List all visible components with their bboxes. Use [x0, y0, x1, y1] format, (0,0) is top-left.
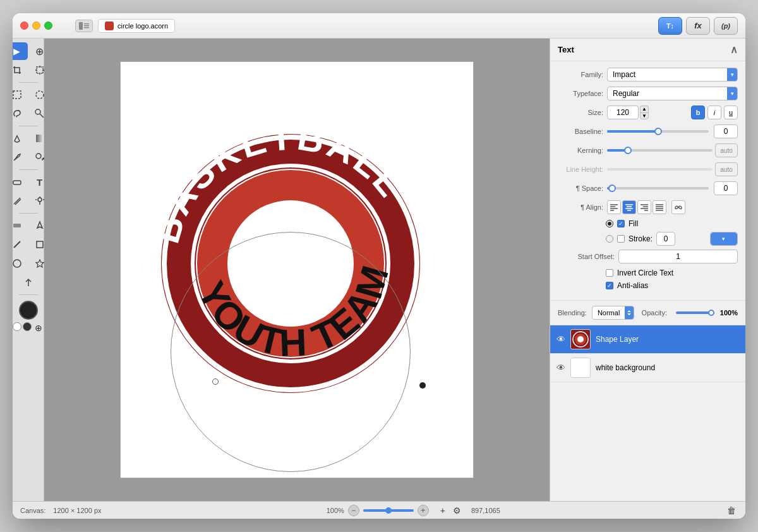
- fullscreen-button[interactable]: [44, 21, 52, 30]
- align-justify-button[interactable]: [653, 200, 666, 214]
- start-offset-label: Start Offset:: [558, 253, 615, 260]
- layer-settings-button[interactable]: ⚙︎: [453, 505, 461, 516]
- logo-svg: BASKETBALL YOUTH TEAM: [145, 118, 448, 421]
- rect-marquee-tool[interactable]: [13, 86, 28, 104]
- space-value[interactable]: 0: [714, 181, 738, 195]
- opacity-slider[interactable]: [676, 311, 711, 314]
- stroke-radio[interactable]: [606, 235, 613, 243]
- selection-handle-left[interactable]: [212, 378, 219, 385]
- svg-point-8: [35, 109, 40, 114]
- family-select[interactable]: Impact ▾: [607, 68, 738, 82]
- baseline-slider[interactable]: [607, 125, 709, 138]
- line-tool[interactable]: [13, 236, 28, 253]
- svg-point-20: [13, 260, 21, 267]
- align-center-button[interactable]: [622, 200, 636, 214]
- svg-rect-11: [13, 181, 21, 184]
- layer-shape[interactable]: 👁 Shape Layer: [550, 325, 745, 354]
- align-left-button[interactable]: [607, 200, 621, 214]
- space-slider[interactable]: [607, 182, 709, 195]
- line-height-row: Line Height: auto: [558, 162, 738, 176]
- paint-bucket-tool[interactable]: [13, 130, 28, 147]
- link-text-button[interactable]: [671, 200, 685, 214]
- lasso-tool[interactable]: [13, 105, 28, 123]
- titlebar: circle logo.acorn T↕ fx (p): [13, 13, 745, 39]
- background-color-swatch[interactable]: [13, 322, 21, 331]
- size-up[interactable]: ▲: [640, 106, 649, 112]
- typeface-value: Regular: [608, 89, 727, 98]
- antialias-checkbox[interactable]: ✓: [606, 282, 613, 289]
- line-height-slider[interactable]: [607, 163, 713, 176]
- text-panel-section: Family: Impact ▾ Typeface: Regular: [550, 61, 745, 301]
- start-offset-input[interactable]: 1: [618, 250, 738, 263]
- minimize-button[interactable]: [32, 21, 40, 30]
- layer-shape-eye[interactable]: 👁: [556, 334, 565, 344]
- canvas-area[interactable]: BASKETBALL YOUTH TEAM: [44, 39, 550, 501]
- zoom-in-button[interactable]: +: [418, 505, 429, 516]
- eraser-tool[interactable]: [13, 173, 28, 191]
- color-picker-tool[interactable]: ⊕: [33, 322, 44, 334]
- invert-circle-checkbox[interactable]: [606, 269, 613, 277]
- zoom-out-button[interactable]: −: [348, 505, 359, 516]
- coordinates-label: 897,1065: [471, 507, 500, 514]
- layers-section: 👁 Shape Layer 👁: [550, 325, 745, 501]
- zoom-slider[interactable]: [363, 509, 414, 512]
- family-select-arrow[interactable]: ▾: [727, 68, 737, 82]
- align-right-button[interactable]: [637, 200, 651, 214]
- svg-line-7: [40, 114, 44, 118]
- rect-shape-tool[interactable]: [13, 217, 28, 234]
- ellipse2-tool[interactable]: [13, 255, 28, 272]
- logo-container: BASKETBALL YOUTH TEAM: [139, 112, 455, 428]
- add-layer-button[interactable]: +: [436, 504, 449, 517]
- brush-tool[interactable]: [13, 148, 28, 166]
- sidebar-toggle-button[interactable]: [75, 20, 93, 32]
- crop-tool[interactable]: [13, 61, 28, 79]
- arrow-tool[interactable]: [18, 274, 39, 291]
- svg-point-12: [38, 198, 42, 202]
- blending-select[interactable]: Normal: [592, 306, 634, 320]
- fill-radio[interactable]: [606, 220, 613, 227]
- foreground-color-swatch[interactable]: [19, 301, 38, 320]
- fx-button[interactable]: fx: [686, 17, 710, 35]
- italic-button[interactable]: i: [707, 106, 721, 119]
- bold-button[interactable]: b: [691, 106, 705, 119]
- color-picker-small[interactable]: [23, 322, 32, 331]
- blending-label: Blending:: [558, 309, 587, 317]
- stroke-type-select[interactable]: ▾: [710, 232, 738, 246]
- select-tool[interactable]: ▶: [13, 42, 28, 60]
- properties-button[interactable]: T↕: [658, 17, 682, 35]
- size-label: Size:: [558, 109, 603, 116]
- stroke-type-arrow[interactable]: ▾: [711, 233, 738, 245]
- size-input[interactable]: 120: [607, 106, 639, 119]
- layer-white-bg-eye[interactable]: 👁: [556, 363, 565, 373]
- path-button[interactable]: (p): [714, 17, 738, 35]
- typeface-select-arrow[interactable]: ▾: [727, 87, 737, 100]
- zoom-pct-label: 100%: [327, 507, 344, 514]
- baseline-input[interactable]: 0: [714, 124, 738, 138]
- underline-button[interactable]: u: [724, 106, 738, 119]
- size-down[interactable]: ▼: [640, 112, 649, 119]
- selection-handle-right[interactable]: [419, 382, 426, 389]
- fill-checkbox[interactable]: ✓: [617, 220, 625, 227]
- align-label: ¶ Align:: [558, 203, 603, 211]
- stroke-value[interactable]: 0: [656, 232, 675, 246]
- smudge-tool[interactable]: [13, 192, 28, 210]
- stroke-checkbox[interactable]: [617, 235, 625, 243]
- close-button[interactable]: [20, 21, 28, 30]
- delete-layer-button[interactable]: 🗑: [725, 504, 738, 517]
- line-height-value: auto: [715, 162, 738, 176]
- typeface-select[interactable]: Regular ▾: [607, 87, 738, 100]
- traffic-lights: [20, 21, 52, 30]
- titlebar-right: T↕ fx (p): [658, 17, 738, 35]
- zoom-controls: 100% − +: [327, 505, 429, 516]
- panel-collapse-button[interactable]: ∧: [730, 44, 738, 56]
- canvas: BASKETBALL YOUTH TEAM: [120, 61, 474, 478]
- start-offset-control: 1: [618, 250, 738, 263]
- layer-white-bg[interactable]: 👁 white background: [550, 354, 745, 382]
- blending-arrows[interactable]: [625, 306, 633, 320]
- family-row: Family: Impact ▾: [558, 68, 738, 82]
- start-offset-row: Start Offset: 1: [558, 250, 738, 263]
- file-tab[interactable]: circle logo.acorn: [98, 19, 175, 33]
- kerning-slider[interactable]: [607, 144, 713, 157]
- space-control: 0: [607, 181, 738, 195]
- layer-white-bg-thumb: [570, 358, 591, 378]
